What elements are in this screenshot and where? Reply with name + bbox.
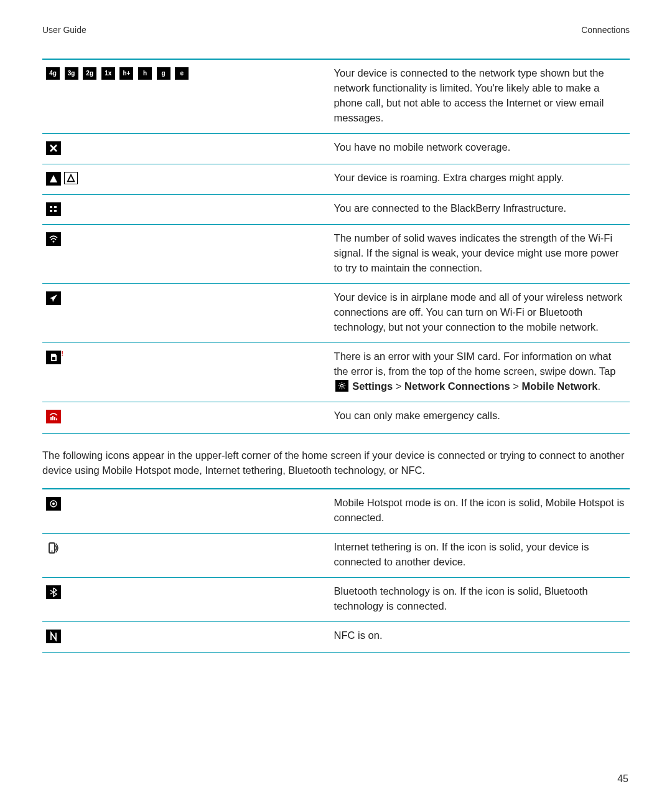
desc-emergency: You can only make emergency calls. [330,402,630,433]
hotspot-icon [46,497,61,511]
icon-table-1: 4g 3g 2g 1x h+ h g e Your device is conn… [42,59,630,434]
desc-sim-error: There is an error with your SIM card. Fo… [330,342,630,402]
svg-rect-1 [50,210,52,212]
gear-icon [335,380,348,392]
table-row: You are connected to the BlackBerry Infr… [42,194,630,225]
svg-rect-2 [54,206,57,208]
desc-airplane: Your device is in airplane mode and all … [330,284,630,343]
svg-rect-8 [52,416,54,420]
wifi-icon [46,232,61,246]
table-row: Mobile Hotspot mode is on. If the icon i… [42,489,630,533]
table-row: 4g 3g 2g 1x h+ h g e Your device is conn… [42,59,630,133]
header-right: Connections [581,25,630,35]
icon-cell-bluetooth [42,577,330,621]
bluetooth-icon [46,585,61,599]
desc-hotspot: Mobile Hotspot mode is on. If the icon i… [330,489,630,533]
table-row: The number of solid waves indicates the … [42,225,630,284]
table-row: NFC is on. [42,621,630,652]
icon-cell-tether [42,534,330,578]
path-settings: Settings [352,380,393,392]
svg-point-6 [340,384,343,387]
icon-cell-emergency [42,402,330,433]
icon-cell-sim-error: ! [42,342,330,402]
roaming-solid-icon [46,172,61,186]
tethering-icon [46,541,61,555]
icon-cell-roaming [42,164,330,194]
blackberry-infra-icon [46,202,61,216]
svg-rect-5 [52,357,55,360]
icon-table-2: Mobile Hotspot mode is on. If the icon i… [42,488,630,652]
icon-cell-no-coverage [42,133,330,164]
table-row: Your device is roaming. Extra charges mi… [42,164,630,194]
svg-rect-3 [54,210,57,212]
exclamation-icon: ! [61,349,63,359]
emergency-call-icon [46,410,61,423]
header-left: User Guide [42,25,86,35]
svg-rect-10 [56,418,57,420]
table-row: Internet tethering is on. If the icon is… [42,534,630,578]
table-row: Bluetooth technology is on. If the icon … [42,577,630,621]
network-badge: 2g [83,67,96,80]
no-signal-icon [46,141,61,155]
svg-rect-9 [54,417,55,420]
network-badge: h [138,67,152,80]
desc-nfc: NFC is on. [330,621,630,652]
path-sep: > [510,380,522,392]
network-badge: 3g [65,67,78,80]
desc-bluetooth: Bluetooth technology is on. If the icon … [330,577,630,621]
sim-error-icon: ! [46,351,61,364]
mid-paragraph: The following icons appear in the upper-… [42,448,630,479]
nfc-icon [46,630,61,643]
desc-roaming: Your device is roaming. Extra charges mi… [330,164,630,194]
table-row: You have no mobile network coverage. [42,133,630,164]
icon-cell-airplane [42,284,330,343]
svg-point-4 [53,241,55,243]
svg-point-11 [52,503,55,505]
path-period: . [597,380,600,392]
icon-cell-hotspot [42,489,330,533]
network-badge: g [157,67,170,80]
desc-bb-infra: You are connected to the BlackBerry Infr… [330,194,630,225]
desc-no-coverage: You have no mobile network coverage. [330,133,630,164]
path-mobile-network: Mobile Network [521,380,597,392]
path-sep: > [393,380,404,392]
table-row: Your device is in airplane mode and all … [42,284,630,343]
sim-error-text-prefix: There is an error with your SIM card. Fo… [334,351,616,377]
page-number: 45 [617,773,628,785]
desc-tether: Internet tethering is on. If the icon is… [330,534,630,578]
airplane-icon [46,291,61,305]
desc-network-limited: Your device is connected to the network … [330,59,630,133]
svg-rect-7 [50,417,52,420]
icon-cell-nfc [42,621,330,652]
table-row: You can only make emergency calls. [42,402,630,433]
roaming-outline-icon [64,172,78,184]
network-badge: 1x [101,67,115,80]
table-row: ! There is an error with your SIM card. … [42,342,630,402]
icon-cell-wifi [42,225,330,284]
network-badge: h+ [119,67,133,80]
page-header: User Guide Connections [42,25,630,35]
network-badge: 4g [46,67,60,80]
svg-rect-0 [50,206,52,208]
path-network-conn: Network Connections [404,380,510,392]
desc-wifi: The number of solid waves indicates the … [330,225,630,284]
network-badge: e [175,67,189,80]
icon-cell-network-types: 4g 3g 2g 1x h+ h g e [42,59,330,133]
svg-point-14 [52,550,53,552]
icon-cell-bb-infra [42,194,330,225]
